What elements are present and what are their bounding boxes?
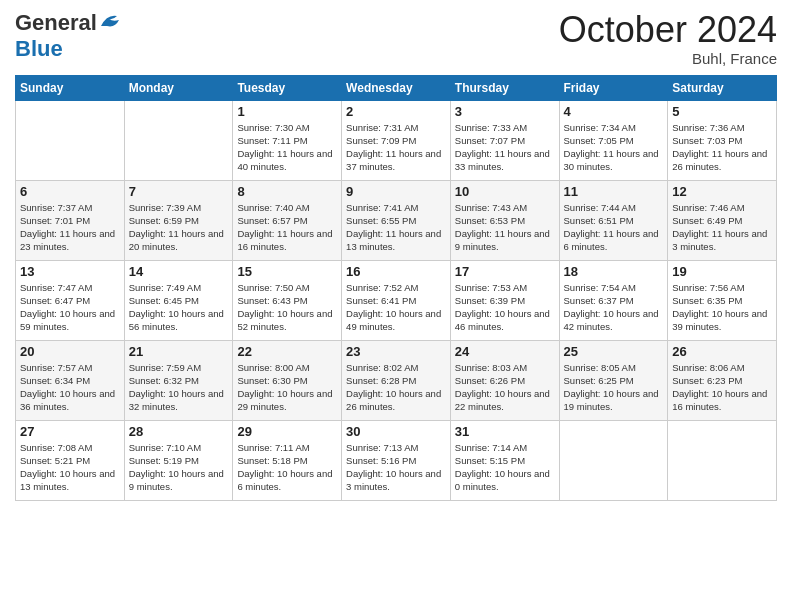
day-number: 16 <box>346 264 446 279</box>
calendar-cell-w1-d5: 3Sunrise: 7:33 AM Sunset: 7:07 PM Daylig… <box>450 100 559 180</box>
col-thursday: Thursday <box>450 75 559 100</box>
day-info: Sunrise: 8:05 AM Sunset: 6:25 PM Dayligh… <box>564 361 664 414</box>
day-number: 2 <box>346 104 446 119</box>
day-info: Sunrise: 7:49 AM Sunset: 6:45 PM Dayligh… <box>129 281 229 334</box>
calendar-cell-w2-d5: 10Sunrise: 7:43 AM Sunset: 6:53 PM Dayli… <box>450 180 559 260</box>
day-number: 4 <box>564 104 664 119</box>
calendar-cell-w1-d7: 5Sunrise: 7:36 AM Sunset: 7:03 PM Daylig… <box>668 100 777 180</box>
col-wednesday: Wednesday <box>342 75 451 100</box>
day-info: Sunrise: 7:56 AM Sunset: 6:35 PM Dayligh… <box>672 281 772 334</box>
calendar-cell-w2-d1: 6Sunrise: 7:37 AM Sunset: 7:01 PM Daylig… <box>16 180 125 260</box>
day-number: 13 <box>20 264 120 279</box>
day-info: Sunrise: 7:34 AM Sunset: 7:05 PM Dayligh… <box>564 121 664 174</box>
day-number: 21 <box>129 344 229 359</box>
day-info: Sunrise: 7:54 AM Sunset: 6:37 PM Dayligh… <box>564 281 664 334</box>
day-number: 14 <box>129 264 229 279</box>
day-info: Sunrise: 7:13 AM Sunset: 5:16 PM Dayligh… <box>346 441 446 494</box>
day-info: Sunrise: 7:41 AM Sunset: 6:55 PM Dayligh… <box>346 201 446 254</box>
logo-general: General <box>15 10 97 36</box>
day-number: 23 <box>346 344 446 359</box>
day-number: 19 <box>672 264 772 279</box>
day-number: 3 <box>455 104 555 119</box>
day-info: Sunrise: 7:39 AM Sunset: 6:59 PM Dayligh… <box>129 201 229 254</box>
day-number: 26 <box>672 344 772 359</box>
day-number: 22 <box>237 344 337 359</box>
day-number: 27 <box>20 424 120 439</box>
day-number: 12 <box>672 184 772 199</box>
day-number: 9 <box>346 184 446 199</box>
day-info: Sunrise: 7:43 AM Sunset: 6:53 PM Dayligh… <box>455 201 555 254</box>
calendar-cell-w4-d6: 25Sunrise: 8:05 AM Sunset: 6:25 PM Dayli… <box>559 340 668 420</box>
day-info: Sunrise: 7:46 AM Sunset: 6:49 PM Dayligh… <box>672 201 772 254</box>
day-number: 24 <box>455 344 555 359</box>
day-info: Sunrise: 7:53 AM Sunset: 6:39 PM Dayligh… <box>455 281 555 334</box>
day-info: Sunrise: 7:50 AM Sunset: 6:43 PM Dayligh… <box>237 281 337 334</box>
calendar-week-4: 20Sunrise: 7:57 AM Sunset: 6:34 PM Dayli… <box>16 340 777 420</box>
day-info: Sunrise: 7:40 AM Sunset: 6:57 PM Dayligh… <box>237 201 337 254</box>
day-number: 7 <box>129 184 229 199</box>
calendar-cell-w5-d7 <box>668 420 777 500</box>
day-number: 30 <box>346 424 446 439</box>
calendar-cell-w3-d6: 18Sunrise: 7:54 AM Sunset: 6:37 PM Dayli… <box>559 260 668 340</box>
day-info: Sunrise: 7:14 AM Sunset: 5:15 PM Dayligh… <box>455 441 555 494</box>
day-number: 5 <box>672 104 772 119</box>
calendar-cell-w3-d1: 13Sunrise: 7:47 AM Sunset: 6:47 PM Dayli… <box>16 260 125 340</box>
calendar-cell-w4-d5: 24Sunrise: 8:03 AM Sunset: 6:26 PM Dayli… <box>450 340 559 420</box>
month-title: October 2024 <box>559 10 777 50</box>
calendar-cell-w5-d6 <box>559 420 668 500</box>
calendar-week-2: 6Sunrise: 7:37 AM Sunset: 7:01 PM Daylig… <box>16 180 777 260</box>
col-sunday: Sunday <box>16 75 125 100</box>
day-number: 28 <box>129 424 229 439</box>
day-number: 1 <box>237 104 337 119</box>
calendar-cell-w2-d2: 7Sunrise: 7:39 AM Sunset: 6:59 PM Daylig… <box>124 180 233 260</box>
day-number: 18 <box>564 264 664 279</box>
day-number: 17 <box>455 264 555 279</box>
logo: General Blue <box>15 10 121 62</box>
calendar-cell-w3-d3: 15Sunrise: 7:50 AM Sunset: 6:43 PM Dayli… <box>233 260 342 340</box>
title-area: October 2024 Buhl, France <box>559 10 777 67</box>
day-number: 31 <box>455 424 555 439</box>
day-number: 8 <box>237 184 337 199</box>
day-info: Sunrise: 7:08 AM Sunset: 5:21 PM Dayligh… <box>20 441 120 494</box>
calendar-cell-w1-d2 <box>124 100 233 180</box>
calendar-cell-w5-d4: 30Sunrise: 7:13 AM Sunset: 5:16 PM Dayli… <box>342 420 451 500</box>
calendar-week-3: 13Sunrise: 7:47 AM Sunset: 6:47 PM Dayli… <box>16 260 777 340</box>
calendar-cell-w1-d6: 4Sunrise: 7:34 AM Sunset: 7:05 PM Daylig… <box>559 100 668 180</box>
calendar-cell-w4-d4: 23Sunrise: 8:02 AM Sunset: 6:28 PM Dayli… <box>342 340 451 420</box>
calendar-cell-w3-d4: 16Sunrise: 7:52 AM Sunset: 6:41 PM Dayli… <box>342 260 451 340</box>
calendar-cell-w2-d3: 8Sunrise: 7:40 AM Sunset: 6:57 PM Daylig… <box>233 180 342 260</box>
calendar-cell-w5-d1: 27Sunrise: 7:08 AM Sunset: 5:21 PM Dayli… <box>16 420 125 500</box>
day-number: 10 <box>455 184 555 199</box>
calendar-cell-w2-d4: 9Sunrise: 7:41 AM Sunset: 6:55 PM Daylig… <box>342 180 451 260</box>
day-info: Sunrise: 7:10 AM Sunset: 5:19 PM Dayligh… <box>129 441 229 494</box>
day-info: Sunrise: 7:59 AM Sunset: 6:32 PM Dayligh… <box>129 361 229 414</box>
day-number: 15 <box>237 264 337 279</box>
day-info: Sunrise: 8:02 AM Sunset: 6:28 PM Dayligh… <box>346 361 446 414</box>
day-info: Sunrise: 7:47 AM Sunset: 6:47 PM Dayligh… <box>20 281 120 334</box>
calendar-cell-w2-d7: 12Sunrise: 7:46 AM Sunset: 6:49 PM Dayli… <box>668 180 777 260</box>
header: General Blue October 2024 Buhl, France <box>15 10 777 67</box>
calendar-cell-w4-d3: 22Sunrise: 8:00 AM Sunset: 6:30 PM Dayli… <box>233 340 342 420</box>
calendar-cell-w5-d5: 31Sunrise: 7:14 AM Sunset: 5:15 PM Dayli… <box>450 420 559 500</box>
calendar-week-1: 1Sunrise: 7:30 AM Sunset: 7:11 PM Daylig… <box>16 100 777 180</box>
calendar-cell-w1-d3: 1Sunrise: 7:30 AM Sunset: 7:11 PM Daylig… <box>233 100 342 180</box>
day-info: Sunrise: 7:11 AM Sunset: 5:18 PM Dayligh… <box>237 441 337 494</box>
col-tuesday: Tuesday <box>233 75 342 100</box>
calendar-cell-w2-d6: 11Sunrise: 7:44 AM Sunset: 6:51 PM Dayli… <box>559 180 668 260</box>
day-info: Sunrise: 7:30 AM Sunset: 7:11 PM Dayligh… <box>237 121 337 174</box>
calendar-cell-w3-d7: 19Sunrise: 7:56 AM Sunset: 6:35 PM Dayli… <box>668 260 777 340</box>
day-number: 29 <box>237 424 337 439</box>
col-monday: Monday <box>124 75 233 100</box>
day-info: Sunrise: 7:44 AM Sunset: 6:51 PM Dayligh… <box>564 201 664 254</box>
day-number: 25 <box>564 344 664 359</box>
logo-blue: Blue <box>15 36 63 61</box>
calendar-cell-w5-d2: 28Sunrise: 7:10 AM Sunset: 5:19 PM Dayli… <box>124 420 233 500</box>
day-info: Sunrise: 7:52 AM Sunset: 6:41 PM Dayligh… <box>346 281 446 334</box>
day-info: Sunrise: 8:06 AM Sunset: 6:23 PM Dayligh… <box>672 361 772 414</box>
day-info: Sunrise: 7:33 AM Sunset: 7:07 PM Dayligh… <box>455 121 555 174</box>
calendar-week-5: 27Sunrise: 7:08 AM Sunset: 5:21 PM Dayli… <box>16 420 777 500</box>
calendar-header-row: Sunday Monday Tuesday Wednesday Thursday… <box>16 75 777 100</box>
calendar-cell-w3-d2: 14Sunrise: 7:49 AM Sunset: 6:45 PM Dayli… <box>124 260 233 340</box>
col-saturday: Saturday <box>668 75 777 100</box>
calendar-cell-w3-d5: 17Sunrise: 7:53 AM Sunset: 6:39 PM Dayli… <box>450 260 559 340</box>
